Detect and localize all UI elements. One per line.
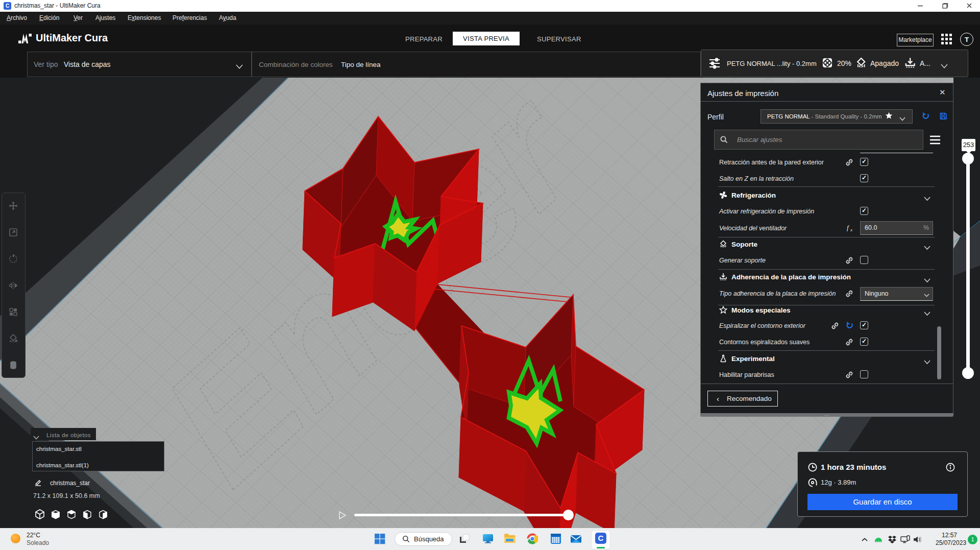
svg-text:x: x (850, 227, 852, 232)
svg-text:f: f (847, 224, 850, 231)
